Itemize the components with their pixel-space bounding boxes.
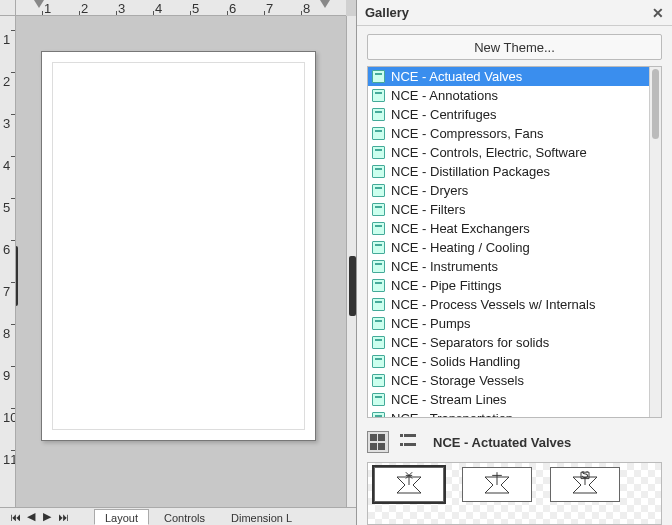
theme-label: NCE - Solids Handling [391, 354, 520, 369]
document-icon [372, 336, 385, 349]
theme-item[interactable]: NCE - Distillation Packages [368, 162, 649, 181]
gallery-panel: Gallery ✕ New Theme... NCE - Actuated Va… [356, 0, 672, 525]
theme-label: NCE - Separators for solids [391, 335, 549, 350]
document-icon [372, 298, 385, 311]
document-icon [372, 393, 385, 406]
theme-item[interactable]: NCE - Solids Handling [368, 352, 649, 371]
list-scrollbar[interactable] [649, 67, 661, 417]
theme-item[interactable]: NCE - Compressors, Fans [368, 124, 649, 143]
theme-label: NCE - Actuated Valves [391, 69, 522, 84]
svg-text:S: S [582, 471, 589, 480]
canvas[interactable] [16, 16, 346, 507]
document-icon [372, 184, 385, 197]
theme-label: NCE - Annotations [391, 88, 498, 103]
page-margins [52, 62, 305, 430]
theme-item[interactable]: NCE - Filters [368, 200, 649, 219]
theme-item[interactable]: NCE - Dryers [368, 181, 649, 200]
document-area: 12345678 1234567891011 ⏮ ◀ ▶ ⏭ LayoutCon… [0, 0, 356, 525]
thumbnail-area: S [367, 462, 662, 525]
sheet-tab[interactable]: Dimension L [220, 509, 303, 525]
theme-label: NCE - Distillation Packages [391, 164, 550, 179]
theme-item[interactable]: NCE - Pumps [368, 314, 649, 333]
document-icon [372, 127, 385, 140]
document-icon [372, 260, 385, 273]
document-icon [372, 146, 385, 159]
splitter-handle[interactable] [349, 256, 356, 316]
theme-item[interactable]: NCE - Actuated Valves [368, 67, 649, 86]
theme-label: NCE - Transportation [391, 411, 513, 417]
theme-label: NCE - Heating / Cooling [391, 240, 530, 255]
document-icon [372, 89, 385, 102]
theme-label: NCE - Filters [391, 202, 465, 217]
theme-item[interactable]: NCE - Heating / Cooling [368, 238, 649, 257]
theme-item[interactable]: NCE - Storage Vessels [368, 371, 649, 390]
theme-label: NCE - Storage Vessels [391, 373, 524, 388]
theme-item[interactable]: NCE - Separators for solids [368, 333, 649, 352]
gallery-thumbnail[interactable] [462, 467, 532, 502]
theme-item[interactable]: NCE - Controls, Electric, Software [368, 143, 649, 162]
document-icon [372, 355, 385, 368]
theme-item[interactable]: NCE - Stream Lines [368, 390, 649, 409]
document-icon [372, 412, 385, 417]
document-icon [372, 165, 385, 178]
theme-label: NCE - Process Vessels w/ Internals [391, 297, 595, 312]
theme-label: NCE - Pipe Fittings [391, 278, 502, 293]
theme-item[interactable]: NCE - Transportation [368, 409, 649, 417]
new-theme-button[interactable]: New Theme... [367, 34, 662, 60]
tab-first-icon[interactable]: ⏮ [8, 511, 22, 523]
gallery-thumbnail[interactable] [374, 467, 444, 502]
panel-title: Gallery [365, 5, 409, 20]
theme-label: NCE - Dryers [391, 183, 468, 198]
tab-next-icon[interactable]: ▶ [40, 510, 54, 523]
panel-header: Gallery ✕ [357, 0, 672, 26]
current-theme-label: NCE - Actuated Valves [433, 435, 571, 450]
vertical-ruler[interactable]: 1234567891011 [0, 16, 16, 507]
close-icon[interactable]: ✕ [652, 5, 664, 21]
document-icon [372, 203, 385, 216]
theme-label: NCE - Stream Lines [391, 392, 507, 407]
document-icon [372, 241, 385, 254]
theme-item[interactable]: NCE - Pipe Fittings [368, 276, 649, 295]
theme-label: NCE - Centrifuges [391, 107, 496, 122]
theme-label: NCE - Compressors, Fans [391, 126, 543, 141]
document-icon [372, 279, 385, 292]
document-icon [372, 222, 385, 235]
theme-item[interactable]: NCE - Annotations [368, 86, 649, 105]
horizontal-ruler[interactable]: 12345678 [16, 0, 346, 16]
theme-label: NCE - Pumps [391, 316, 470, 331]
theme-label: NCE - Instruments [391, 259, 498, 274]
document-icon [372, 317, 385, 330]
splitter[interactable] [346, 16, 356, 507]
detail-view-button[interactable] [397, 431, 419, 453]
scrollbar-thumb[interactable] [652, 69, 659, 139]
sheet-tab[interactable]: Controls [153, 509, 216, 525]
left-pane-handle[interactable] [16, 246, 18, 306]
page[interactable] [41, 51, 316, 441]
ruler-corner [0, 0, 16, 16]
gallery-thumbnail[interactable]: S [550, 467, 620, 502]
document-icon [372, 108, 385, 121]
theme-item[interactable]: NCE - Instruments [368, 257, 649, 276]
theme-item[interactable]: NCE - Heat Exchangers [368, 219, 649, 238]
theme-item[interactable]: NCE - Process Vessels w/ Internals [368, 295, 649, 314]
document-icon [372, 70, 385, 83]
view-toolbar: NCE - Actuated Valves [367, 424, 662, 460]
sheet-tab[interactable]: Layout [94, 509, 149, 525]
theme-item[interactable]: NCE - Centrifuges [368, 105, 649, 124]
tab-last-icon[interactable]: ⏭ [56, 511, 70, 523]
sheet-tabs: ⏮ ◀ ▶ ⏭ LayoutControlsDimension L [0, 507, 356, 525]
document-icon [372, 374, 385, 387]
theme-label: NCE - Controls, Electric, Software [391, 145, 587, 160]
tab-prev-icon[interactable]: ◀ [24, 510, 38, 523]
theme-list: NCE - Actuated ValvesNCE - AnnotationsNC… [367, 66, 662, 418]
theme-label: NCE - Heat Exchangers [391, 221, 530, 236]
icon-view-button[interactable] [367, 431, 389, 453]
